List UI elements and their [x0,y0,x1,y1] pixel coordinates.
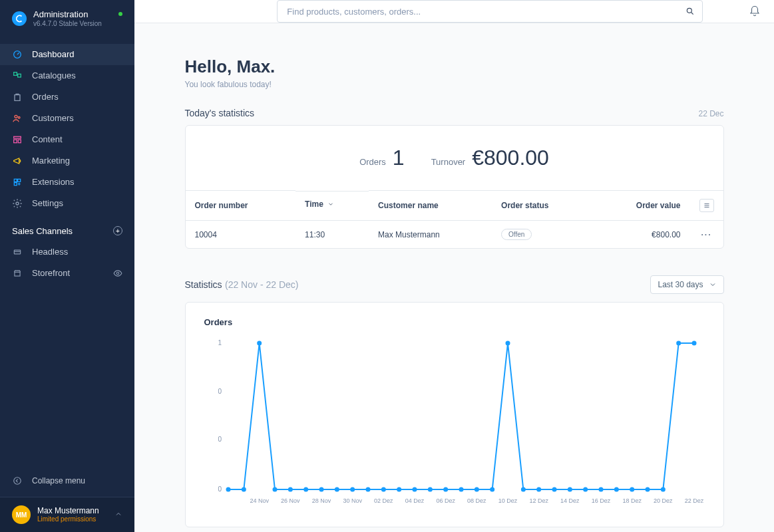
range-selected-label: Last 30 days [658,280,703,289]
sidebar-item-label: Catalogues [32,70,76,80]
svg-point-51 [691,341,696,346]
cell-status: Offen [492,221,593,249]
svg-point-26 [303,487,308,492]
column-header[interactable]: Customer name [369,191,492,221]
main: Hello, Max. You look fabulous today! Tod… [134,0,774,532]
sidebar-item-catalogues[interactable]: Catalogues [0,65,134,86]
svg-text:18 Dez: 18 Dez [622,497,642,504]
svg-text:0: 0 [218,436,222,443]
svg-point-11 [16,202,19,205]
chart-card: Orders 100024 Nov26 Nov28 Nov30 Nov02 De… [185,302,724,527]
chevron-up-icon [114,510,122,520]
customers-icon [12,113,23,124]
sidebar-item-content[interactable]: Content [0,129,134,150]
table-row[interactable]: 10004 11:30 Max Mustermann Offen €800.00… [186,221,723,249]
sidebar-item-label: Marketing [32,156,70,166]
sidebar-item-settings[interactable]: Settings [0,193,134,214]
chevron-down-icon [709,281,717,289]
svg-text:0: 0 [218,485,222,493]
orders-table: Order numberTime Customer nameOrder stat… [186,190,723,248]
cell-customer: Max Mustermann [369,221,492,249]
marketing-icon [12,156,23,166]
sidebar-item-label: Orders [32,92,59,102]
statistics-range: (22 Nov - 22 Dec) [225,279,298,290]
svg-text:26 Nov: 26 Nov [281,497,300,504]
chevron-down-icon [327,201,334,207]
turnover-stat-label: Turnover [431,157,466,167]
headless-icon [12,247,23,257]
row-actions-button[interactable]: ··· [701,230,711,239]
svg-rect-7 [18,140,21,143]
user-name: Max Mustermann [37,506,99,515]
svg-text:12 Dez: 12 Dez [529,497,548,504]
today-stats-title: Today's statistics [185,108,255,118]
notifications-button[interactable] [749,5,761,17]
sidebar-item-orders[interactable]: Orders [0,86,134,108]
settings-icon [12,198,23,209]
svg-text:30 Nov: 30 Nov [343,497,362,504]
column-settings-button[interactable] [699,199,714,212]
sidebar-item-dashboard[interactable]: Dashboard [0,44,134,65]
svg-point-33 [412,487,417,492]
svg-text:28 Nov: 28 Nov [311,497,331,504]
svg-point-47 [630,487,634,492]
sidebar-item-customers[interactable]: Customers [0,108,134,129]
sidebar-header: Administration v6.4.7.0 Stable Version [0,0,134,37]
orders-stat-value: 1 [393,146,405,170]
collapse-menu-button[interactable]: Collapse menu [0,469,134,497]
svg-point-15 [14,477,21,485]
svg-point-49 [660,487,665,492]
svg-rect-9 [18,179,21,182]
svg-text:16 Dez: 16 Dez [591,497,610,504]
svg-point-24 [272,487,277,492]
svg-point-4 [18,116,20,118]
svg-point-46 [614,487,618,492]
svg-point-21 [226,487,230,492]
user-panel[interactable]: MM Max Mustermann Limited permissions [0,497,134,532]
bell-icon [749,5,761,17]
collapse-icon [12,475,23,486]
channel-item-storefront[interactable]: Storefront [0,263,134,284]
cell-time: 11:30 [295,221,369,249]
column-header[interactable]: Order value [593,191,689,221]
svg-rect-5 [14,136,21,138]
add-channel-button[interactable]: + [113,226,122,235]
svg-point-43 [567,487,572,492]
channel-item-label: Headless [32,247,68,257]
svg-point-35 [443,487,448,492]
svg-point-22 [241,487,246,492]
extensions-icon [12,177,23,188]
content-icon [12,134,23,145]
svg-rect-2 [18,74,21,77]
svg-text:04 Dez: 04 Dez [405,497,424,504]
brand-version: v6.4.7.0 Stable Version [33,20,102,28]
svg-rect-6 [14,140,17,143]
turnover-stat-value: €800.00 [472,146,549,170]
sidebar-item-label: Extensions [32,177,75,187]
channel-item-headless[interactable]: Headless [0,241,134,263]
topbar [134,0,774,23]
sidebar-item-label: Settings [32,198,63,208]
eye-icon [113,269,122,278]
sidebar-item-extensions[interactable]: Extensions [0,172,134,193]
sidebar-item-marketing[interactable]: Marketing [0,150,134,172]
svg-text:02 Dez: 02 Dez [374,497,393,504]
range-select[interactable]: Last 30 days [650,275,723,294]
svg-rect-10 [14,182,17,185]
svg-point-42 [552,487,556,492]
greeting-subtitle: You look fabulous today! [185,80,724,89]
svg-point-27 [319,487,323,492]
column-header[interactable]: Order status [492,191,593,221]
orders-icon [12,92,23,102]
column-header[interactable]: Time [295,191,369,217]
svg-point-34 [427,487,432,492]
channel-item-label: Storefront [32,268,70,278]
storefront-icon [12,268,23,279]
search-button[interactable] [681,3,699,20]
svg-text:0: 0 [218,388,222,395]
column-header[interactable]: Order number [186,191,296,221]
search-input[interactable] [277,0,703,23]
sidebar-item-label: Dashboard [32,49,75,59]
status-indicator [118,12,122,16]
svg-point-28 [334,487,339,492]
